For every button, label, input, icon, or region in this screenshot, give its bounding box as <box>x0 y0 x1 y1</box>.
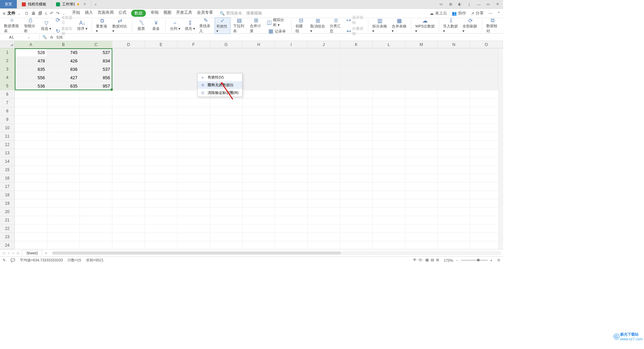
cell-E6[interactable] <box>145 90 177 99</box>
cell-N11[interactable] <box>438 132 470 141</box>
ribbon-排序[interactable]: A↓排序 ▾ <box>75 20 89 32</box>
cell-H2[interactable] <box>243 57 275 65</box>
ribbon-记录单[interactable]: ▦记录单 <box>265 28 288 34</box>
cell-K14[interactable] <box>340 157 373 166</box>
row-header-10[interactable]: 10 <box>0 124 14 132</box>
row-header-9[interactable]: 9 <box>0 115 14 124</box>
tab-home[interactable]: 首页 <box>0 0 17 8</box>
cell-A14[interactable] <box>15 157 47 166</box>
cell-D20[interactable] <box>112 208 145 216</box>
cell-M6[interactable] <box>405 90 438 99</box>
cell-M17[interactable] <box>405 183 438 191</box>
cell-L12[interactable] <box>373 141 405 149</box>
cell-A1[interactable]: 526 <box>15 48 47 57</box>
cell-J1[interactable] <box>308 48 340 57</box>
col-header-I[interactable]: I <box>275 41 308 48</box>
chinese-icon[interactable]: 中· <box>419 258 423 263</box>
cell-I13[interactable] <box>275 149 308 157</box>
ribbon-下拉列表[interactable]: ▤下拉列表 <box>232 17 247 34</box>
cell-K23[interactable] <box>340 233 373 241</box>
cell-B3[interactable]: 836 <box>47 65 80 73</box>
cell-J24[interactable] <box>308 241 340 249</box>
cell-H16[interactable] <box>243 174 275 183</box>
cell-D12[interactable] <box>112 141 145 149</box>
cell-G10[interactable] <box>210 124 243 132</box>
cell-N12[interactable] <box>438 141 470 149</box>
normal-view-icon[interactable]: ▦ <box>425 258 429 263</box>
cell-E3[interactable] <box>145 65 177 73</box>
eye-icon[interactable]: 👁 <box>413 258 417 263</box>
ribbon-tab-审阅[interactable]: 审阅 <box>151 10 159 17</box>
row-header-3[interactable]: 3 <box>0 65 14 73</box>
cell-I18[interactable] <box>275 191 308 199</box>
cell-G13[interactable] <box>210 149 243 157</box>
row-header-22[interactable]: 22 <box>0 225 14 233</box>
cell-M13[interactable] <box>405 149 438 157</box>
cell-L21[interactable] <box>373 216 405 225</box>
cell-O5[interactable] <box>470 82 503 90</box>
cell-G17[interactable] <box>210 183 243 191</box>
cell-F7[interactable] <box>177 99 210 107</box>
col-header-G[interactable]: G <box>210 41 243 48</box>
cell-D14[interactable] <box>112 157 145 166</box>
cell-M3[interactable] <box>405 65 438 73</box>
cell-N2[interactable] <box>438 57 470 65</box>
cell-B12[interactable] <box>47 141 80 149</box>
cell-C8[interactable] <box>80 107 112 115</box>
edit-mode-icon[interactable]: ✎ <box>3 258 6 262</box>
cell-M22[interactable] <box>405 225 438 233</box>
cell-D19[interactable] <box>112 199 145 208</box>
print-icon[interactable]: 🖶 <box>32 11 36 16</box>
cell-H6[interactable] <box>243 90 275 99</box>
cell-K19[interactable] <box>340 199 373 208</box>
cell-B24[interactable] <box>47 241 80 249</box>
cell-O13[interactable] <box>470 149 503 157</box>
cell-F15[interactable] <box>177 166 210 174</box>
cell-K11[interactable] <box>340 132 373 141</box>
apps-icon[interactable]: ⊞ <box>447 2 453 6</box>
ribbon-tab-开发工具[interactable]: 开发工具 <box>176 10 192 17</box>
tab-workbook[interactable]: 工作簿1 ✕ <box>51 0 91 8</box>
cell-K13[interactable] <box>340 149 373 157</box>
cell-G23[interactable] <box>210 233 243 241</box>
row-header-16[interactable]: 16 <box>0 174 14 183</box>
cell-D17[interactable] <box>112 183 145 191</box>
cell-B5[interactable]: 635 <box>47 82 80 90</box>
cell-J18[interactable] <box>308 191 340 199</box>
cell-B6[interactable] <box>47 90 80 99</box>
cell-H13[interactable] <box>243 149 275 157</box>
cell-F1[interactable] <box>177 48 210 57</box>
cell-J22[interactable] <box>308 225 340 233</box>
row-header-21[interactable]: 21 <box>0 216 14 225</box>
cell-B11[interactable] <box>47 132 80 141</box>
collapse-ribbon-icon[interactable]: ⌃ <box>497 11 500 16</box>
ribbon-tab-视图[interactable]: 视图 <box>163 10 171 17</box>
cell-D8[interactable] <box>112 107 145 115</box>
cell-I20[interactable] <box>275 208 308 216</box>
cell-N7[interactable] <box>438 99 470 107</box>
cell-N15[interactable] <box>438 166 470 174</box>
cell-B1[interactable]: 745 <box>47 48 80 57</box>
cell-O22[interactable] <box>470 225 503 233</box>
col-header-B[interactable]: B <box>47 41 80 48</box>
cell-B19[interactable] <box>47 199 80 208</box>
horizontal-scrollbar[interactable] <box>52 251 501 255</box>
cell-I11[interactable] <box>275 132 308 141</box>
cell-M10[interactable] <box>405 124 438 132</box>
settings-icon[interactable]: ⚙ <box>497 258 500 262</box>
cell-H19[interactable] <box>243 199 275 208</box>
cell-C23[interactable] <box>80 233 112 241</box>
cell-H1[interactable] <box>243 48 275 57</box>
formula-value[interactable]: 526 <box>57 35 500 39</box>
cell-C10[interactable] <box>80 124 112 132</box>
cell-L8[interactable] <box>373 107 405 115</box>
cell-E18[interactable] <box>145 191 177 199</box>
cell-G21[interactable] <box>210 216 243 225</box>
cell-G3[interactable] <box>210 65 243 73</box>
cell-I8[interactable] <box>275 107 308 115</box>
vertical-scrollbar[interactable] <box>498 48 503 249</box>
cell-A17[interactable] <box>15 183 47 191</box>
cell-B20[interactable] <box>47 208 80 216</box>
page-break-view-icon[interactable]: ⊞ <box>436 258 439 263</box>
cell-L4[interactable] <box>373 73 405 82</box>
